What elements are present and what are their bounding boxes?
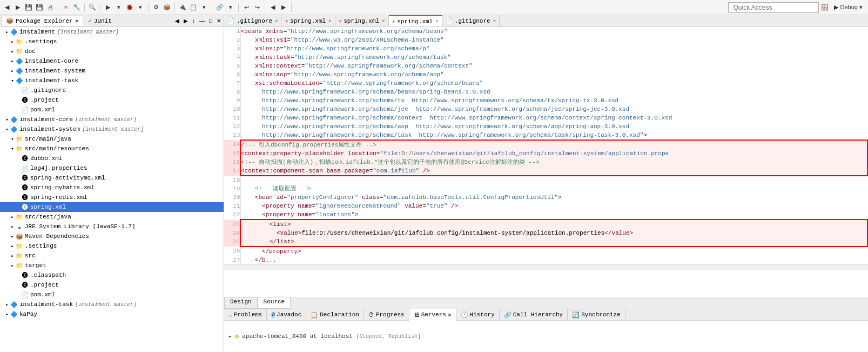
tree-item-instalment-task[interactable]: ▾ 🔷 instalment-task: [0, 76, 224, 85]
separator-9: [291, 3, 292, 12]
h-scrollbar[interactable]: [224, 264, 868, 270]
toolbar-search-icon[interactable]: 🔍: [88, 3, 97, 12]
spring3-close[interactable]: ✕: [435, 18, 438, 24]
toolbar-debug-perspective[interactable]: ▶ Debug ▾: [831, 3, 866, 12]
spring2-close[interactable]: ✕: [382, 18, 385, 24]
toolbar-ext7[interactable]: ▾: [226, 3, 235, 12]
toolbar-forward[interactable]: ▶: [279, 3, 288, 12]
editor-tab-gitignore1[interactable]: 📄 .gitignore ✕: [224, 15, 281, 27]
tree-item-pom2[interactable]: 📄 pom.xml: [0, 290, 224, 300]
tree-item-settings[interactable]: ▸ 📁 .settings: [0, 37, 224, 47]
tree-item-spring-actmq[interactable]: 🅧 spring-activitymq.xml: [0, 173, 224, 183]
tree-item-project2[interactable]: 🅧 .project: [0, 280, 224, 290]
toolbar-btn-6[interactable]: 🔧: [72, 3, 82, 12]
tree-item-classpath[interactable]: 🅧 .classpath: [0, 270, 224, 280]
toolbar-ext4[interactable]: 📋: [189, 3, 198, 12]
spring1-close[interactable]: ✕: [328, 18, 331, 24]
tab-problems[interactable]: ⚠ Problems: [224, 309, 267, 321]
tab-servers[interactable]: 🖥 Servers ✕: [409, 309, 456, 321]
tab-declaration[interactable]: 📋 Declaration: [306, 309, 364, 321]
tree-item-src-main-java[interactable]: ▾ 📁 src/main/java: [0, 134, 224, 144]
quick-access-input[interactable]: [728, 2, 819, 13]
icon-src2: 📁: [15, 253, 24, 260]
toolbar-perspectives[interactable]: 🪟: [820, 3, 830, 12]
panel-close-btn[interactable]: ✕: [215, 17, 223, 24]
panel-expand-btn[interactable]: ▶: [182, 17, 190, 24]
tree-item-instalment-core-sub[interactable]: ▸ 🔷 instalment-core: [0, 56, 224, 66]
panel-minimize-btn[interactable]: —: [198, 17, 206, 24]
editor-tab-gitignore2[interactable]: 📄 .gitignore ✕: [442, 15, 500, 27]
servers-close[interactable]: ✕: [448, 311, 452, 318]
toolbar-btn-print[interactable]: 🖨: [45, 3, 55, 12]
gitignore2-close[interactable]: ✕: [493, 18, 496, 24]
toolbar-btn-save2[interactable]: 💾: [35, 3, 44, 12]
line-22: 22 <property name="locations">: [224, 210, 867, 220]
tab-call-hierarchy[interactable]: 🔗 Call Hierarchy: [500, 309, 568, 321]
tree-item-pom-1[interactable]: 📄 pom.xml: [0, 105, 224, 115]
servers-label: Servers: [421, 311, 446, 318]
tree-item-dubbo[interactable]: 🅧 dubbo.xml: [0, 154, 224, 163]
tree-item-kapay[interactable]: ▸ 🔷 kaPay: [0, 309, 224, 319]
tree-item-spring-redis[interactable]: 🅧 spring-redis.xml: [0, 192, 224, 202]
tab-progress[interactable]: ⏱ Progress: [364, 309, 409, 321]
gitignore1-close[interactable]: ✕: [275, 18, 278, 24]
tree-item-target[interactable]: ▸ 📁 target: [0, 261, 224, 270]
toolbar-ext5[interactable]: ▾: [199, 3, 209, 12]
tree-item-instalment-system-sub[interactable]: ▸ 🔷 instalment-system: [0, 66, 224, 76]
tab-synchronize[interactable]: 🔄 Synchronize: [568, 309, 625, 321]
toolbar-redo[interactable]: ↪: [252, 3, 262, 12]
tab-source[interactable]: Source: [258, 297, 291, 309]
tree-item-instalment-task-top[interactable]: ▸ 🔷 instalment-task [instalment master]: [0, 300, 224, 309]
javadoc-label: Javadoc: [277, 311, 301, 318]
arrow-settings: ▸: [10, 39, 15, 45]
tree-item-doc[interactable]: ▸ 📁 doc: [0, 47, 224, 56]
tree-item-src2[interactable]: ▸ 📁 src: [0, 251, 224, 261]
tree-item-project-1[interactable]: 🅧 .project: [0, 95, 224, 105]
panel-collapse-btn[interactable]: ◀: [173, 17, 181, 24]
toolbar-debug[interactable]: 🐞: [125, 3, 134, 12]
toolbar-btn-save[interactable]: 💾: [24, 3, 33, 12]
editor-tab-spring3[interactable]: ✦ spring.xml ✕: [389, 15, 442, 27]
tree-item-log4j[interactable]: 📄 log4j.properties: [0, 163, 224, 173]
tree-item-spring-mybatis[interactable]: 🅧 spring-mybatis.xml: [0, 183, 224, 192]
tree-item-src-test[interactable]: ▸ 📁 src/test/java: [0, 212, 224, 222]
editor-tab-spring2[interactable]: ✦ spring.xml ✕: [335, 15, 389, 27]
package-explorer-close[interactable]: ✕: [75, 17, 79, 24]
main-toolbar: ◀ ▶ 💾 💾 🖨 ≡ 🔧 🔍 ▶ ▾ 🐞 ▾ ⚙ 📦 🔌 📋 ▾ 🔗 ▾ ↩ …: [0, 0, 868, 15]
toolbar-ext6[interactable]: 🔗: [215, 3, 225, 12]
tab-package-explorer[interactable]: 📦 Package Explorer ✕: [1, 16, 83, 26]
toolbar-btn-1[interactable]: ◀: [2, 3, 12, 12]
toolbar-run-dropdown[interactable]: ▾: [114, 3, 124, 12]
tab-history[interactable]: 🕐 History: [456, 309, 500, 321]
tree-item-instalment-core-top[interactable]: ▾ 🔷 instalment-core [instalment master]: [0, 115, 224, 124]
tree-item-instalment-system-top[interactable]: ▾ 🔷 instalment-system [instalment master…: [0, 124, 224, 134]
line-26: 26 </property>: [224, 247, 867, 256]
panel-maximize-btn[interactable]: □: [207, 17, 214, 24]
tab-junit[interactable]: ✓ JUnit: [83, 16, 117, 26]
toolbar-debug-dropdown[interactable]: ▾: [136, 3, 145, 12]
toolbar-btn-5[interactable]: ≡: [61, 3, 71, 12]
tree-item-jre[interactable]: ▸ ☕ JRE System Library [JavaSE-1.7]: [0, 222, 224, 231]
tree-item-gitignore-1[interactable]: 📄 .gitignore: [0, 85, 224, 95]
icon-kapay: 🔷: [10, 311, 18, 318]
tree-item-src-main-resources[interactable]: ▾ 📁 src/main/resources: [0, 144, 224, 154]
tree-item-instalment[interactable]: ▸ 🔷 instalment [instalment master]: [0, 27, 224, 37]
toolbar-undo[interactable]: ↩: [241, 3, 251, 12]
tab-javadoc[interactable]: @ Javadoc: [267, 309, 306, 321]
toolbar-ext2[interactable]: 📦: [162, 3, 172, 12]
editor-tab-spring1[interactable]: ✦ spring.xml ✕: [281, 15, 335, 27]
icon-actmq: 🅧: [21, 175, 29, 182]
tree-item-settings2[interactable]: ▸ 📁 .settings: [0, 241, 224, 251]
tree-item-maven[interactable]: ▸ 📦 Maven Dependencies: [0, 231, 224, 241]
code-editor[interactable]: 1 <beans xmlns="http://www.springframewo…: [224, 27, 868, 297]
toolbar-ext1[interactable]: ⚙: [151, 3, 161, 12]
server-entry[interactable]: ▸ ⚙ apache-tomcat_8480 at localhost [Sto…: [228, 333, 421, 341]
toolbar-ext3[interactable]: 🔌: [178, 3, 187, 12]
server-expand-arrow[interactable]: ▸: [228, 333, 232, 340]
panel-nav-btn[interactable]: ↕: [191, 17, 197, 24]
tab-design[interactable]: Design: [224, 297, 258, 309]
tree-item-spring-xml[interactable]: 🅧 spring.xml: [0, 202, 224, 212]
toolbar-back[interactable]: ◀: [268, 3, 278, 12]
toolbar-btn-2[interactable]: ▶: [13, 3, 23, 12]
toolbar-run[interactable]: ▶: [103, 3, 113, 12]
